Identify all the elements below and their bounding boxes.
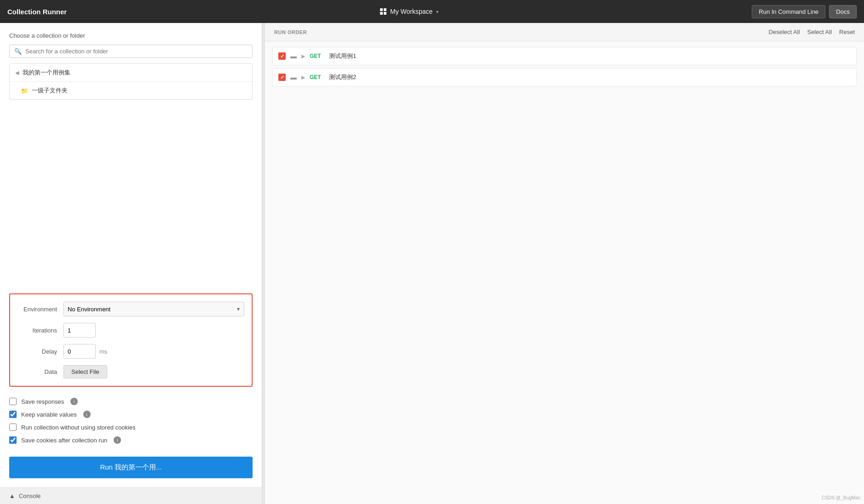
delay-unit: ms bbox=[99, 348, 107, 355]
iterations-row: Iterations bbox=[17, 323, 244, 338]
save-cookies-checkbox[interactable] bbox=[9, 436, 17, 444]
table-row: ▬ ▶ GET 测试用例2 bbox=[272, 68, 857, 86]
request-name-req1: 测试用例1 bbox=[329, 52, 356, 60]
run-order-title: RUN ORDER bbox=[274, 29, 307, 35]
environment-label: Environment bbox=[17, 306, 63, 313]
folder-icon: 📁 bbox=[21, 87, 28, 94]
workspace-selector[interactable]: My Workspace ▾ bbox=[380, 8, 438, 15]
request-checkbox-req2[interactable] bbox=[278, 74, 286, 81]
save-responses-info-icon[interactable]: i bbox=[70, 398, 78, 405]
collection-list: ◀ 我的第一个用例集 📁 一级子文件夹 bbox=[9, 63, 253, 100]
save-responses-row: Save responses i bbox=[9, 398, 253, 405]
collection-name: 我的第一个用例集 bbox=[23, 69, 70, 77]
method-label-req1: GET bbox=[310, 53, 324, 59]
left-panel: Choose a collection or folder 🔍 ◀ 我的第一个用… bbox=[0, 23, 262, 504]
select-all-button[interactable]: Select All bbox=[807, 29, 832, 35]
keep-variable-label: Keep variable values bbox=[21, 411, 77, 418]
top-nav: Collection Runner My Workspace ▾ Run In … bbox=[0, 0, 864, 23]
iterations-input[interactable] bbox=[63, 323, 96, 338]
search-icon: 🔍 bbox=[14, 48, 22, 55]
search-input[interactable] bbox=[25, 48, 248, 55]
no-cookies-label: Run collection without using stored cook… bbox=[21, 424, 136, 431]
iterations-label: Iterations bbox=[17, 327, 63, 334]
run-section: Run 我的第一个用... bbox=[0, 457, 262, 487]
keep-variable-checkbox[interactable] bbox=[9, 411, 17, 418]
keep-variable-row: Keep variable values i bbox=[9, 411, 253, 418]
delay-input[interactable] bbox=[63, 344, 96, 359]
run-order-header: RUN ORDER Deselect All Select All Reset bbox=[265, 23, 864, 41]
workspace-chevron-icon: ▾ bbox=[436, 9, 438, 14]
workspace-name: My Workspace bbox=[390, 8, 432, 15]
folder-icon-req2: ▬ bbox=[290, 74, 297, 81]
data-label: Data bbox=[17, 368, 63, 375]
delay-row: Delay ms bbox=[17, 344, 244, 359]
environment-select[interactable]: No Environment bbox=[63, 302, 244, 316]
console-label: Console bbox=[19, 493, 41, 499]
collection-item-col1[interactable]: ◀ 我的第一个用例集 bbox=[10, 64, 252, 82]
checkbox-section: Save responses i Keep variable values i … bbox=[0, 394, 262, 457]
run-button[interactable]: Run 我的第一个用... bbox=[9, 457, 253, 478]
docs-button[interactable]: Docs bbox=[829, 5, 857, 18]
choose-label: Choose a collection or folder bbox=[9, 32, 253, 39]
collection-collapse-icon: ◀ bbox=[15, 70, 19, 76]
request-checkbox-req1[interactable] bbox=[278, 52, 286, 60]
delay-label: Delay bbox=[17, 348, 63, 355]
deselect-all-button[interactable]: Deselect All bbox=[769, 29, 800, 35]
environment-select-wrap: No Environment bbox=[63, 302, 244, 316]
select-file-button[interactable]: Select File bbox=[63, 365, 107, 378]
reset-button[interactable]: Reset bbox=[839, 29, 855, 35]
save-cookies-info-icon[interactable]: i bbox=[114, 436, 121, 444]
workspace-grid-icon bbox=[380, 8, 386, 15]
collection-item-sub1[interactable]: 📁 一级子文件夹 bbox=[10, 82, 252, 99]
save-responses-checkbox[interactable] bbox=[9, 398, 17, 405]
subfolder-name: 一级子文件夹 bbox=[32, 86, 68, 95]
run-command-line-button[interactable]: Run In Command Line bbox=[752, 5, 825, 18]
save-cookies-label: Save cookies after collection run bbox=[21, 437, 107, 444]
environment-row: Environment No Environment bbox=[17, 302, 244, 316]
request-list: ▬ ▶ GET 测试用例1 ▬ ▶ GET 测试用例2 bbox=[265, 41, 864, 95]
right-panel: RUN ORDER Deselect All Select All Reset … bbox=[265, 23, 864, 504]
console-bar[interactable]: ▲ Console bbox=[0, 487, 262, 504]
footer-credit: CSDN @_BugMan bbox=[822, 495, 860, 500]
expand-icon-req2[interactable]: ▶ bbox=[301, 74, 305, 80]
run-order-actions: Deselect All Select All Reset bbox=[769, 29, 855, 35]
top-nav-actions: Run In Command Line Docs bbox=[752, 5, 857, 18]
keep-variable-info-icon[interactable]: i bbox=[83, 411, 91, 418]
left-panel-content: Choose a collection or folder 🔍 ◀ 我的第一个用… bbox=[0, 23, 262, 293]
search-box: 🔍 bbox=[9, 45, 253, 58]
request-name-req2: 测试用例2 bbox=[329, 73, 356, 81]
table-row: ▬ ▶ GET 测试用例1 bbox=[272, 47, 857, 65]
save-cookies-row: Save cookies after collection run i bbox=[9, 436, 253, 444]
folder-icon-req1: ▬ bbox=[290, 52, 297, 60]
method-label-req2: GET bbox=[310, 74, 324, 80]
console-chevron-icon: ▲ bbox=[9, 493, 15, 499]
data-row: Data Select File bbox=[17, 365, 244, 378]
expand-icon-req1[interactable]: ▶ bbox=[301, 53, 305, 59]
no-cookies-row: Run collection without using stored cook… bbox=[9, 424, 253, 431]
no-cookies-checkbox[interactable] bbox=[9, 424, 17, 431]
main-container: Choose a collection or folder 🔍 ◀ 我的第一个用… bbox=[0, 23, 864, 504]
save-responses-label: Save responses bbox=[21, 398, 64, 405]
config-panel: Environment No Environment Iterations De… bbox=[9, 293, 253, 387]
app-title: Collection Runner bbox=[7, 8, 67, 16]
